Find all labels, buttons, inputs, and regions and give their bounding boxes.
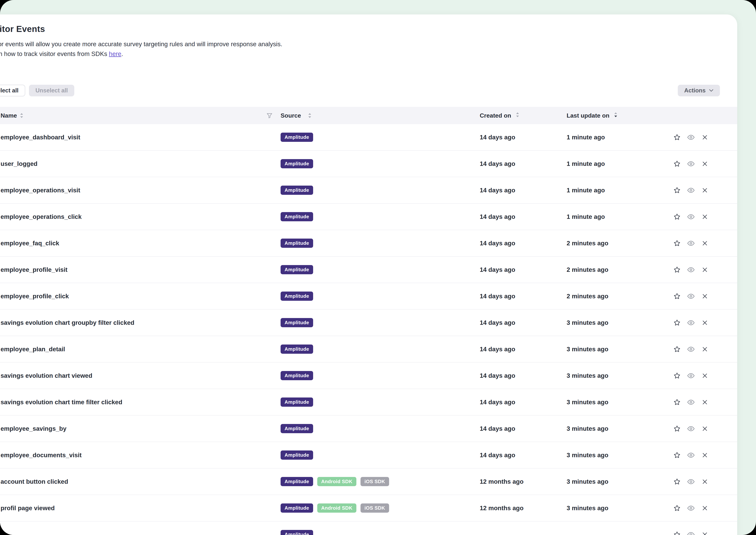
source-badges: Amplitude [281,292,480,301]
source-badges: Amplitude [281,424,480,433]
last-update-value: 1 minute ago [567,134,605,141]
remove-button[interactable] [701,239,709,248]
sort-created-button[interactable] [515,112,520,118]
last-update-cell: 3 minutes ago [567,505,673,512]
favorite-button[interactable] [673,530,681,535]
favorite-button[interactable] [673,133,681,142]
eye-icon [687,398,695,406]
favorite-button[interactable] [673,239,681,248]
row-actions [673,292,737,300]
column-header-name: Name [0,112,281,119]
column-label-name: Name [1,112,17,119]
created-on-value: 12 months ago [480,478,524,485]
created-on-value: 14 days ago [480,346,515,352]
event-name: employee_dashboard_visit [1,134,80,141]
favorite-button[interactable] [673,159,681,168]
view-button[interactable] [687,371,695,380]
created-on-cell: 14 days ago [480,240,567,247]
favorite-button[interactable] [673,186,681,195]
eye-icon [687,504,695,512]
filter-funnel-icon [267,113,272,118]
remove-button[interactable] [701,159,709,168]
favorite-button[interactable] [673,424,681,433]
name-filter-button[interactable] [267,113,272,118]
favorite-button[interactable] [673,504,681,513]
favorite-button[interactable] [673,477,681,486]
remove-button[interactable] [701,319,709,327]
actions-button[interactable]: Actions [678,85,720,97]
remove-button[interactable] [701,345,709,353]
view-button[interactable] [687,212,695,221]
last-update-cell: 1 minute ago [567,160,673,167]
view-button[interactable] [687,424,695,433]
eye-icon [687,451,695,459]
source-badges: AmplitudeAndroid SDKiOS SDK [281,503,480,513]
row-actions [673,186,737,195]
favorite-button[interactable] [673,345,681,353]
remove-button[interactable] [701,398,709,407]
sort-icon [19,113,24,118]
column-header-updated: Last update on [567,112,673,119]
favorite-button[interactable] [673,292,681,300]
remove-button[interactable] [701,424,709,433]
view-button[interactable] [687,504,695,513]
last-update-value: 2 minutes ago [567,240,608,247]
view-button[interactable] [687,133,695,142]
sort-updated-button[interactable] [614,112,618,118]
favorite-button[interactable] [673,451,681,460]
remove-button[interactable] [701,292,709,300]
close-icon [702,187,708,194]
remove-button[interactable] [701,186,709,195]
source-badge: Amplitude [281,530,313,535]
remove-button[interactable] [701,451,709,460]
star-icon [673,451,681,459]
last-update-value: 3 minutes ago [567,452,608,459]
event-name: user_logged [1,160,38,167]
favorite-button[interactable] [673,398,681,407]
event-name-cell: employee_faq_click [0,240,281,247]
view-button[interactable] [687,451,695,460]
view-button[interactable] [687,477,695,486]
remove-button[interactable] [701,530,709,535]
close-icon [702,213,708,220]
star-icon [673,133,681,141]
star-icon [673,425,681,433]
view-button[interactable] [687,292,695,300]
last-update-cell: 3 minutes ago [567,372,673,379]
view-button[interactable] [687,266,695,274]
last-update-value: 3 minutes ago [567,478,608,485]
created-on-cell: 14 days ago [480,372,567,379]
view-button[interactable] [687,239,695,248]
remove-button[interactable] [701,477,709,486]
sort-name-button[interactable] [19,113,24,118]
view-button[interactable] [687,398,695,407]
column-label-created: Created on [480,112,511,119]
table-row: employee_profile_click Amplitude 14 days… [0,283,737,310]
row-actions [673,345,737,353]
remove-button[interactable] [701,266,709,274]
favorite-button[interactable] [673,319,681,327]
event-name: savings evolution chart viewed [1,372,92,379]
remove-button[interactable] [701,212,709,221]
remove-button[interactable] [701,133,709,142]
view-button[interactable] [687,186,695,195]
select-all-button[interactable]: Select all [0,85,25,97]
view-button[interactable] [687,345,695,353]
favorite-button[interactable] [673,371,681,380]
view-button[interactable] [687,530,695,535]
source-badges: Amplitude [281,530,480,535]
last-update-value: 3 minutes ago [567,505,608,512]
favorite-button[interactable] [673,266,681,274]
sdk-docs-link[interactable]: here [109,50,121,57]
sdk-help-line: Learn how to track visitor events from S… [0,50,720,58]
source-badge: iOS SDK [360,477,389,486]
view-button[interactable] [687,159,695,168]
unselect-all-button[interactable]: Unselect all [29,85,74,97]
event-name: employee_plan_detail [1,346,65,353]
sort-source-button[interactable] [308,113,312,118]
last-update-cell: 1 minute ago [567,187,673,194]
remove-button[interactable] [701,504,709,513]
favorite-button[interactable] [673,212,681,221]
remove-button[interactable] [701,371,709,380]
view-button[interactable] [687,319,695,327]
